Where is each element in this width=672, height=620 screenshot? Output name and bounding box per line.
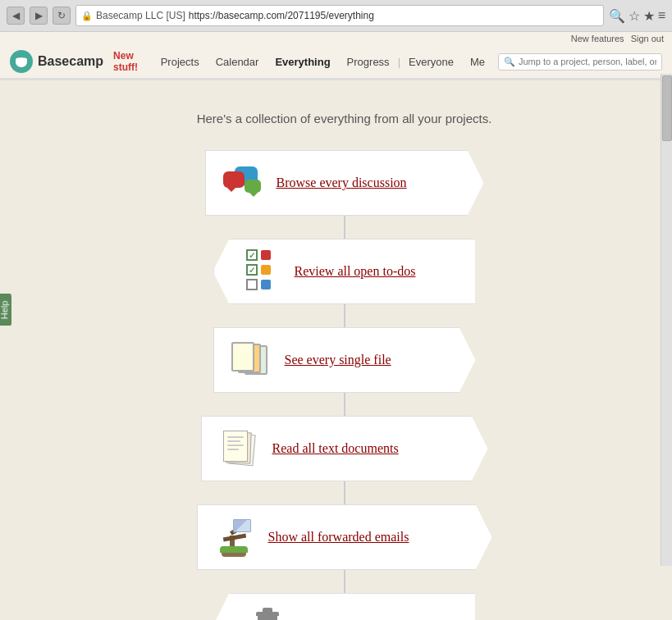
logo[interactable]: Basecamp: [10, 50, 103, 73]
connector-3: [344, 393, 345, 416]
nav-everything[interactable]: Everything: [267, 56, 338, 68]
search-box[interactable]: 🔍: [498, 53, 662, 71]
connector-1: [344, 216, 345, 239]
review-todos-item[interactable]: ✓ ✓ Review all open to-dos: [213, 239, 476, 304]
review-todos-label: Review all open to-dos: [295, 264, 416, 279]
connector-2: [344, 304, 345, 327]
nav-me[interactable]: Me: [462, 56, 493, 68]
signpost-container: Browse every discussion ✓ ✓: [197, 150, 492, 620]
scrollbar-thumb[interactable]: [662, 75, 672, 141]
browser-chrome: ◀ ▶ ↻ 🔒 Basecamp LLC [US] https://baseca…: [0, 0, 672, 32]
new-features-link[interactable]: New features: [571, 34, 624, 43]
back-button[interactable]: ◀: [7, 7, 25, 25]
nav-calendar[interactable]: Calendar: [208, 56, 267, 68]
see-deleted-item[interactable]: See all deleted items: [213, 593, 476, 620]
connector-4: [344, 481, 345, 504]
show-emails-label: Show all forwarded emails: [268, 530, 409, 545]
discussion-icon: [222, 162, 263, 203]
svg-point-1: [16, 58, 21, 62]
forward-button[interactable]: ▶: [30, 7, 48, 25]
files-icon: [231, 340, 272, 381]
read-docs-item[interactable]: Read all text documents: [201, 416, 488, 481]
svg-point-2: [22, 58, 27, 62]
top-bar: New features Sign out Basecamp New stuff…: [0, 32, 672, 80]
trash-icon: [247, 605, 288, 620]
browse-discussion-item[interactable]: Browse every discussion: [205, 150, 484, 216]
nav-progress[interactable]: Progress: [339, 56, 398, 68]
search-input[interactable]: [519, 57, 656, 66]
connector-5: [344, 570, 345, 593]
bookmark-list-icon[interactable]: ☆: [629, 8, 640, 24]
main-nav: Basecamp New stuff! Projects Calendar Ev…: [0, 45, 672, 80]
logo-text: Basecamp: [38, 54, 103, 69]
help-tab[interactable]: Help: [0, 294, 11, 326]
address-bar[interactable]: 🔒 Basecamp LLC [US] https://basecamp.com…: [75, 5, 604, 26]
see-files-item[interactable]: See every single file: [213, 327, 476, 393]
email-icon: [214, 517, 255, 558]
todo-icon: ✓ ✓: [240, 251, 281, 292]
see-files-label: See every single file: [285, 353, 391, 367]
read-docs-label: Read all text documents: [272, 441, 399, 456]
scrollbar[interactable]: [661, 74, 672, 566]
search-browser-icon[interactable]: 🔍: [609, 8, 625, 24]
docs-icon: [218, 428, 259, 469]
new-stuff-button[interactable]: New stuff!: [113, 50, 141, 73]
site-badge: Basecamp LLC [US]: [96, 10, 185, 21]
help-label: Help: [0, 301, 9, 320]
refresh-button[interactable]: ↻: [53, 7, 71, 25]
page-intro: Here's a collection of everything from a…: [197, 112, 492, 125]
show-emails-item[interactable]: Show all forwarded emails: [197, 504, 492, 570]
url-display: https://basecamp.com/2071195/everything: [189, 10, 374, 21]
nav-projects[interactable]: Projects: [153, 56, 208, 68]
sign-out-link[interactable]: Sign out: [631, 34, 664, 43]
nav-everyone[interactable]: Everyone: [400, 56, 462, 68]
menu-icon[interactable]: ≡: [658, 8, 665, 23]
lock-icon: 🔒: [81, 11, 93, 21]
search-icon: 🔍: [504, 57, 515, 67]
page-content: Here's a collection of everything from a…: [16, 80, 672, 620]
browse-discussion-label: Browse every discussion: [277, 176, 407, 190]
favorites-icon[interactable]: ★: [643, 8, 655, 24]
